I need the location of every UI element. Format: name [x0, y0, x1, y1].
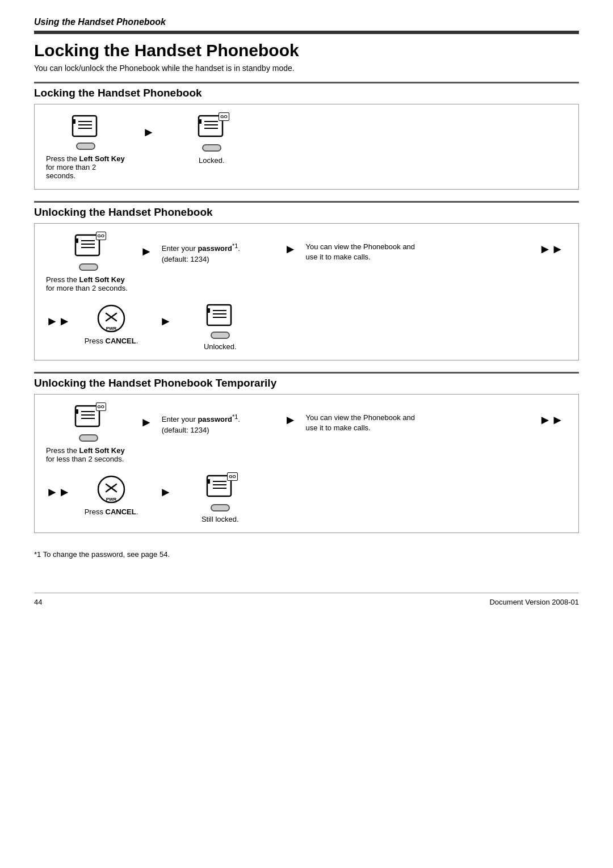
unlocking-step4-cancel: PWR Press CANCEL.: [74, 304, 148, 345]
unlocking-temp-diagram-box: GO Press the Left Soft Key for less than…: [34, 394, 579, 533]
header-rule: [34, 31, 579, 34]
unlocking-step5-label: Unlocked.: [204, 342, 237, 351]
footnote: *1 To change the password, see page 54.: [34, 550, 579, 559]
svg-rect-28: [75, 409, 78, 414]
arrow-4: ►: [148, 314, 183, 329]
section-rule-1: [34, 82, 579, 83]
footnote-ref: *1: [34, 550, 41, 559]
unlocking-step5: Unlocked.: [183, 304, 257, 351]
document-version: Document Version 2008-01: [489, 598, 579, 606]
soft-key-1: [76, 142, 95, 150]
cancel-button-icon: PWR: [96, 304, 126, 333]
soft-key-3: [79, 263, 98, 271]
main-title: Locking the Handset Phonebook: [34, 41, 579, 60]
soft-key-5: [79, 434, 98, 442]
page-header: Using the Handset Phonebook: [34, 17, 579, 34]
unlocking-step4-label: Press CANCEL.: [85, 337, 138, 345]
double-arrow-3: ►►: [535, 413, 567, 427]
main-subtitle: You can lock/unlock the Phonebook while …: [34, 64, 579, 73]
temp-step5: GO Still locked.: [183, 475, 257, 523]
temp-step3: You can view the Phonebook and use it to…: [306, 413, 536, 433]
section-locking: Locking the Handset Phonebook Press the …: [34, 82, 579, 190]
temp-step1-label: Press the Left Soft Key for less than 2 …: [46, 446, 131, 463]
locking-step1-label: Press the Left Soft Key for more than 2 …: [46, 154, 125, 180]
cancel-button-icon-2: PWR: [96, 475, 126, 504]
svg-rect-9: [199, 119, 201, 124]
arrow-2: ►: [131, 244, 162, 259]
arrow-6: ►: [275, 413, 306, 427]
double-arrow-2: ►►: [46, 314, 74, 329]
soft-key-2: [202, 144, 221, 152]
double-arrow-4: ►►: [46, 485, 74, 500]
go-badge-2: GO: [96, 232, 106, 240]
arrow-3: ►: [275, 242, 306, 257]
page-footer: *1 To change the password, see page 54. …: [34, 544, 579, 606]
arrow-1: ►: [125, 125, 172, 140]
svg-rect-37: [207, 479, 210, 484]
temp-step1: GO Press the Left Soft Key for less than…: [46, 405, 131, 463]
temp-step4-cancel: PWR Press CANCEL.: [74, 475, 148, 516]
temp-step2: Enter your password*1.(default: 1234): [162, 413, 275, 435]
arrow-5: ►: [131, 415, 162, 430]
soft-key-4: [211, 332, 230, 339]
unlocking-step1-label: Press the Left Soft Key for more than 2 …: [46, 275, 131, 292]
section-unlocking-temp-title: Unlocking the Handset Phonebook Temporar…: [34, 377, 579, 389]
locking-step2: GO Locked.: [172, 115, 251, 165]
locking-step1: Press the Left Soft Key for more than 2 …: [46, 115, 125, 180]
unlocking-diagram-box: GO Press the Left Soft Key for more than…: [34, 223, 579, 360]
section-unlocking: Unlocking the Handset Phonebook GO: [34, 201, 579, 360]
phonebook-unlocked-icon: [70, 115, 101, 141]
svg-text:PWR: PWR: [106, 326, 117, 331]
unlocking-step3: You can view the Phonebook and use it to…: [306, 242, 536, 262]
section-rule-3: [34, 372, 579, 374]
temp-step5-label: Still locked.: [201, 515, 239, 523]
svg-rect-23: [207, 308, 210, 313]
unlocking-step1: GO Press the Left Soft Key for more than…: [46, 234, 131, 292]
unlocking-step2: Enter your password*1.(default: 1234): [162, 242, 275, 265]
locking-diagram-box: Press the Left Soft Key for more than 2 …: [34, 104, 579, 190]
section-label: Using the Handset Phonebook: [34, 17, 579, 27]
footnote-text: To change the password, see page 54.: [41, 550, 170, 559]
section-rule-2: [34, 201, 579, 203]
arrow-7: ►: [148, 485, 183, 500]
svg-rect-14: [75, 238, 78, 243]
go-badge-locked: GO: [219, 112, 229, 121]
page-number: 44: [34, 598, 42, 606]
soft-key-6: [211, 504, 230, 511]
phonebook-unlocked-icon-2: [205, 304, 236, 330]
svg-rect-0: [73, 116, 96, 136]
double-arrow-1: ►►: [535, 242, 567, 257]
svg-text:PWR: PWR: [106, 497, 117, 502]
temp-step4-label: Press CANCEL.: [85, 508, 138, 516]
section-unlocking-title: Unlocking the Handset Phonebook: [34, 206, 579, 219]
section-unlocking-temp: Unlocking the Handset Phonebook Temporar…: [34, 372, 579, 533]
footer-rule: 44 Document Version 2008-01: [34, 593, 579, 606]
svg-rect-19: [207, 305, 231, 325]
locking-step2-label: Locked.: [199, 156, 225, 165]
svg-rect-4: [73, 119, 75, 124]
go-badge-3: GO: [96, 402, 106, 411]
go-badge-result: GO: [227, 472, 237, 481]
section-locking-title: Locking the Handset Phonebook: [34, 87, 579, 99]
